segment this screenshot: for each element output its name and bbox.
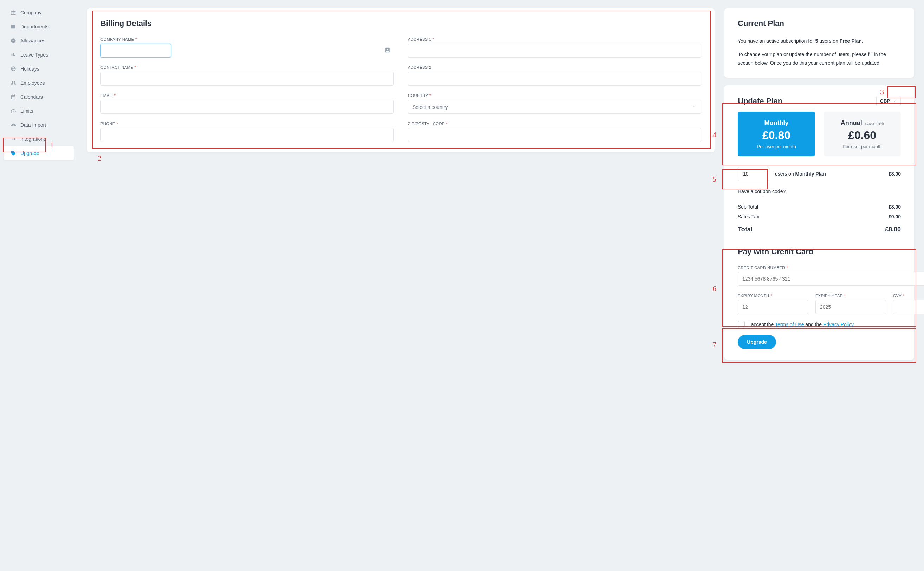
users-line-total: £8.00 <box>888 171 901 177</box>
sidebar-item-employees[interactable]: Employees <box>3 76 74 90</box>
sidebar-item-leave-types[interactable]: Leave Types <box>3 48 74 62</box>
sidebar-item-label: Employees <box>20 80 45 86</box>
subtotal-label: Sub Total <box>738 204 758 210</box>
total-value: £8.00 <box>885 226 901 233</box>
monthly-title: Monthly <box>741 119 811 127</box>
billing-details-card: Billing Details COMPANY NAME * ADDRESS 1… <box>87 8 715 153</box>
contact-name-input[interactable] <box>100 72 394 86</box>
address2-label: ADDRESS 2 <box>408 65 701 69</box>
address1-label: ADDRESS 1 * <box>408 37 701 42</box>
phone-input[interactable] <box>100 128 394 142</box>
accept-checkbox[interactable] <box>738 321 745 328</box>
current-plan-line1: You have an active subscription for 5 us… <box>738 37 901 46</box>
subtotal-value: £8.00 <box>888 204 901 210</box>
phone-label: PHONE * <box>100 122 394 126</box>
sidebar-item-limits[interactable]: Limits <box>3 104 74 118</box>
globe-icon <box>11 66 16 72</box>
billing-title: Billing Details <box>100 19 701 28</box>
annual-plan-card[interactable]: Annual save 25% £0.60 Per user per month <box>824 112 901 156</box>
sidebar-item-label: Data Import <box>20 122 46 128</box>
sidebar-item-calendars[interactable]: Calendars <box>3 90 74 104</box>
sidebar-item-upgrade[interactable]: Upgrade <box>3 146 74 160</box>
accept-text: I accept the Terms of Use and the Privac… <box>748 322 855 327</box>
currency-value: GBP <box>880 98 890 103</box>
annotation-num-3: 3 <box>880 88 884 97</box>
cvv-input[interactable] <box>893 300 924 314</box>
sidebar-item-integrations[interactable]: Integrations <box>3 132 74 146</box>
sidebar-item-label: Leave Types <box>20 52 48 58</box>
bank-icon <box>11 10 16 15</box>
update-plan-title: Update Plan <box>738 97 782 106</box>
update-plan-card: Update Plan GBP Monthly £0.80 Per user p… <box>725 85 914 360</box>
annual-sub: Per user per month <box>827 144 897 149</box>
current-plan-line2: To change your plan or update the number… <box>738 51 901 68</box>
sidebar-item-allowances[interactable]: Allowances <box>3 34 74 48</box>
payment-title: Pay with Credit Card <box>738 247 901 256</box>
expiry-year-label: EXPIRY YEAR * <box>816 293 886 298</box>
company-name-input[interactable] <box>100 43 171 58</box>
bars-icon <box>11 52 16 58</box>
upgrade-button[interactable]: Upgrade <box>738 335 776 349</box>
chevron-down-icon <box>692 104 696 110</box>
expiry-month-label: EXPIRY MONTH * <box>738 293 808 298</box>
cvv-label: CVV * <box>893 293 924 298</box>
coupon-link[interactable]: Have a coupon code? <box>738 188 901 194</box>
country-placeholder: Select a country <box>413 100 690 114</box>
zip-input[interactable] <box>408 128 701 142</box>
annual-price: £0.60 <box>827 129 897 142</box>
users-count-input[interactable] <box>738 167 769 181</box>
tax-value: £0.00 <box>888 214 901 219</box>
expiry-month-input[interactable] <box>738 300 808 314</box>
briefcase-icon <box>11 24 16 29</box>
users-icon <box>11 80 16 86</box>
sidebar-item-departments[interactable]: Departments <box>3 20 74 34</box>
check-circle-icon <box>11 38 16 43</box>
address-book-icon <box>384 47 390 54</box>
country-label: COUNTRY * <box>408 93 701 98</box>
cc-number-input[interactable] <box>738 272 924 286</box>
tag-icon <box>11 150 16 156</box>
annotation-num-7: 7 <box>712 340 716 349</box>
expiry-year-input[interactable] <box>816 300 886 314</box>
current-plan-title: Current Plan <box>738 19 901 28</box>
cc-number-label: CREDIT CARD NUMBER * <box>738 265 924 270</box>
sidebar-item-company[interactable]: Company <box>3 6 74 20</box>
sidebar-item-data-import[interactable]: Data Import <box>3 118 74 132</box>
zip-label: ZIP/POSTAL CODE * <box>408 122 701 126</box>
monthly-plan-card[interactable]: Monthly £0.80 Per user per month <box>738 112 815 156</box>
sidebar-item-label: Calendars <box>20 94 43 100</box>
monthly-sub: Per user per month <box>741 144 811 149</box>
gauge-icon <box>11 108 16 114</box>
sidebar-item-label: Departments <box>20 24 48 29</box>
annotation-num-5: 5 <box>712 174 716 184</box>
tax-label: Sales Tax <box>738 214 759 219</box>
sidebar-item-label: Company <box>20 10 42 15</box>
address2-input[interactable] <box>408 72 701 86</box>
terms-link[interactable]: Terms of Use <box>775 322 804 327</box>
sidebar: Company Departments Allowances Leave Typ… <box>0 0 77 571</box>
total-label: Total <box>738 226 752 233</box>
chevron-down-icon <box>893 99 897 103</box>
country-select[interactable]: Select a country <box>408 100 701 114</box>
current-plan-card: Current Plan You have an active subscrip… <box>725 8 914 78</box>
currency-select[interactable]: GBP <box>876 96 901 106</box>
contact-name-label: CONTACT NAME * <box>100 65 394 69</box>
annual-title: Annual save 25% <box>827 119 897 127</box>
privacy-link[interactable]: Privacy Policy <box>823 322 853 327</box>
cloud-up-icon <box>11 122 16 128</box>
company-name-label: COMPANY NAME * <box>100 37 394 42</box>
sidebar-item-label: Integrations <box>20 136 46 142</box>
users-on-text: users on Monthly Plan <box>775 171 826 177</box>
sidebar-item-label: Limits <box>20 108 33 114</box>
sidebar-item-label: Upgrade <box>20 150 39 156</box>
annotation-num-6: 6 <box>712 284 716 293</box>
code-icon <box>11 136 16 142</box>
sidebar-item-holidays[interactable]: Holidays <box>3 62 74 76</box>
email-label: EMAIL * <box>100 93 394 98</box>
sidebar-item-label: Holidays <box>20 66 39 72</box>
monthly-price: £0.80 <box>741 129 811 142</box>
calendar-icon <box>11 94 16 100</box>
email-input[interactable] <box>100 100 394 114</box>
sidebar-item-label: Allowances <box>20 38 45 43</box>
address1-input[interactable] <box>408 43 701 58</box>
